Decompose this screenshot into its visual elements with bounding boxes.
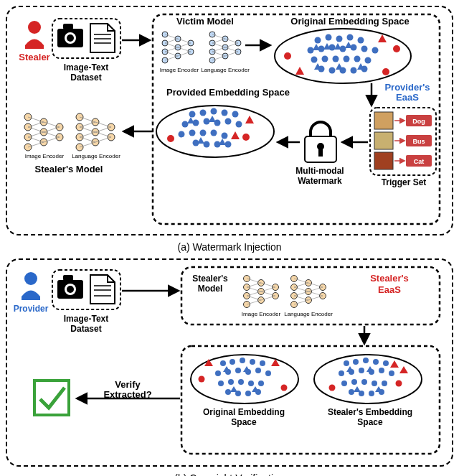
svg-point-48 (315, 37, 321, 44)
provided-embedding-space (156, 106, 274, 157)
svg-point-229 (245, 391, 251, 396)
svg-marker-261 (366, 366, 374, 372)
svg-point-100 (222, 110, 228, 116)
svg-point-227 (225, 389, 231, 395)
svg-point-5 (67, 34, 74, 42)
watermark-label-2: Watermark (298, 176, 342, 186)
svg-rect-268 (34, 381, 69, 415)
trigger-label-1: Bus (412, 138, 425, 145)
svg-marker-118 (209, 116, 216, 122)
svg-marker-263 (375, 386, 382, 392)
stealer-img-enc-b: Image Encoder (242, 311, 281, 317)
svg-point-62 (333, 56, 339, 62)
svg-point-168 (67, 286, 74, 293)
orig-space-b-1: Original Embedding (203, 407, 285, 417)
panel-copyright-verification: Provider Image-Text Dataset Stealer's Mo… (6, 258, 453, 467)
stealer-lang-enc-a: Language Encoder (72, 153, 120, 159)
svg-point-111 (211, 130, 217, 136)
provider-eaas-label-1: Provider's (384, 82, 430, 93)
svg-marker-233 (230, 386, 237, 392)
svg-point-114 (204, 141, 210, 148)
svg-point-214 (250, 359, 255, 365)
svg-point-254 (372, 381, 377, 386)
svg-point-252 (351, 379, 357, 385)
svg-point-105 (214, 120, 221, 126)
svg-point-265 (396, 381, 402, 387)
svg-point-224 (238, 379, 244, 385)
dataset-b-2: Dataset (70, 324, 101, 334)
svg-rect-95 (318, 148, 323, 157)
svg-point-52 (358, 37, 364, 44)
svg-marker-120 (219, 139, 226, 145)
svg-rect-90 (374, 152, 393, 169)
svg-point-211 (220, 360, 226, 366)
panel-b-svg: Provider Image-Text Dataset Stealer's Mo… (13, 266, 443, 459)
trigger-set: Dog Bus Cat (370, 108, 436, 175)
stealer-label: Stealer (19, 52, 49, 62)
svg-rect-84 (374, 112, 393, 129)
svg-marker-73 (334, 43, 341, 50)
embedding-compare-box (181, 346, 440, 454)
svg-point-121 (167, 135, 174, 142)
provider-label: Provider (14, 304, 49, 314)
svg-point-79 (393, 45, 400, 52)
svg-point-264 (329, 385, 336, 391)
svg-point-251 (341, 381, 347, 386)
stealer-model-nn-a (24, 113, 115, 151)
victim-model-label: Victim Model (176, 16, 234, 27)
dataset-icon (52, 19, 120, 58)
stealer-eaas-2: EaaS (378, 284, 401, 295)
svg-point-65 (365, 57, 372, 64)
svg-point-213 (240, 358, 245, 363)
svg-marker-117 (187, 117, 194, 123)
provider-eaas-label-2: EaaS (396, 92, 419, 103)
orig-embedding-b (191, 355, 298, 403)
svg-point-108 (179, 131, 185, 138)
svg-marker-76 (336, 63, 343, 70)
stealer-icon (25, 21, 44, 49)
svg-point-255 (382, 381, 387, 386)
svg-point-99 (211, 108, 217, 115)
svg-point-241 (353, 359, 359, 365)
verify-check-icon (34, 381, 69, 415)
svg-marker-267 (399, 366, 408, 373)
svg-marker-124 (231, 131, 240, 139)
watermark-label-1: Multi-modal (295, 166, 344, 176)
dataset-icon-b (52, 270, 120, 309)
svg-point-245 (339, 370, 344, 376)
svg-rect-166 (63, 275, 73, 281)
stealer-eaas-1: Stealer's (370, 273, 409, 284)
svg-point-63 (344, 56, 350, 62)
svg-point-218 (235, 368, 241, 373)
svg-point-258 (369, 391, 374, 396)
svg-point-253 (361, 379, 367, 385)
stealer-model-b-1: Stealer's (192, 274, 228, 284)
victim-img-enc-label: Image Encoder (160, 67, 199, 73)
stealer-lang-enc-b: Language Encoder (284, 311, 333, 317)
svg-point-106 (225, 118, 232, 125)
svg-point-59 (372, 47, 379, 54)
stealer-img-enc-a: Image Encoder (25, 153, 65, 159)
dataset-label-2: Dataset (70, 73, 101, 83)
svg-point-225 (248, 381, 254, 386)
caption-a: (a) Watermark Injection (1, 241, 458, 253)
panel-watermark-injection: Stealer Image-Text Dataset Victim Model (6, 6, 453, 235)
svg-marker-260 (346, 366, 354, 372)
svg-point-222 (218, 381, 224, 386)
stealer-model-nn-b (244, 276, 326, 308)
svg-point-61 (322, 56, 328, 62)
svg-marker-231 (223, 366, 230, 372)
victim-model-nn (162, 32, 241, 63)
svg-point-50 (336, 36, 343, 42)
svg-point-98 (200, 110, 207, 116)
svg-point-110 (200, 130, 207, 136)
stealer-embedding-b (314, 355, 422, 403)
orig-space-label: Original Embedding Space (290, 16, 409, 27)
svg-point-223 (228, 379, 234, 385)
svg-point-101 (232, 111, 239, 118)
svg-point-69 (351, 67, 357, 74)
svg-point-226 (258, 381, 264, 386)
orig-embedding-space (275, 29, 411, 83)
verify-label-1: Verify (115, 379, 141, 390)
svg-point-256 (349, 389, 354, 395)
